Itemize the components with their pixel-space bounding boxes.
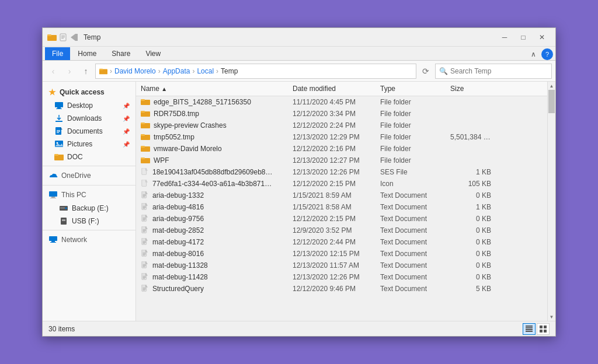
breadcrumb-item-3[interactable]: Local	[197, 67, 214, 75]
svg-rect-69	[143, 229, 146, 230]
ribbon: File Home Share View ∧ ?	[43, 47, 555, 61]
svg-rect-103	[540, 330, 543, 332]
col-header-date[interactable]: Date modified	[288, 83, 376, 94]
file-size: 0 KB	[446, 260, 498, 271]
svg-rect-54	[143, 194, 146, 195]
svg-rect-41	[141, 123, 145, 124]
sidebar-item-pictures[interactable]: Pictures 📌	[43, 138, 135, 150]
sidebar-item-network[interactable]: Network	[43, 233, 135, 247]
scrollbar-right[interactable]: ▲ ▼	[547, 82, 555, 321]
breadcrumb-item-2[interactable]: AppData	[163, 67, 190, 75]
col-header-name[interactable]: Name ▲	[136, 83, 288, 94]
table-row[interactable]: skype-preview Crashes 12/12/2020 2:24 PM…	[136, 120, 547, 131]
tab-home[interactable]: Home	[70, 47, 104, 61]
file-name-text: tmp5052.tmp	[154, 133, 194, 141]
file-type: Text Document	[376, 272, 446, 282]
table-row[interactable]: mat-debug-2852 12/9/2020 3:52 PM Text Do…	[136, 225, 547, 236]
svg-rect-95	[143, 289, 146, 289]
table-row[interactable]: mat-debug-11428 12/13/2020 12:26 PM Text…	[136, 271, 547, 283]
sidebar-item-downloads[interactable]: Downloads 📌	[43, 112, 135, 125]
minimize-button[interactable]: ─	[496, 32, 513, 43]
svg-marker-68	[145, 226, 148, 229]
file-name: mat-debug-11428	[136, 272, 288, 282]
svg-rect-39	[141, 111, 145, 113]
tab-view[interactable]: View	[138, 47, 168, 61]
breadcrumb-sep-4: ›	[216, 67, 218, 75]
svg-rect-85	[143, 265, 146, 266]
svg-rect-4	[61, 37, 65, 37]
ribbon-collapse-icon[interactable]: ∧	[527, 48, 539, 60]
svg-rect-24	[49, 191, 57, 197]
table-row[interactable]: RDR75D8.tmp 12/12/2020 3:34 PM File fold…	[136, 108, 547, 120]
svg-point-29	[65, 208, 67, 209]
file-date: 12/13/2020 12:26 PM	[288, 272, 376, 282]
file-type: File folder	[376, 132, 446, 142]
nav-bar: ‹ › ↑ › David Morelo › AppData › Local ›…	[43, 61, 555, 82]
sidebar-item-onedrive[interactable]: OneDrive	[43, 169, 135, 183]
sidebar-item-thispc[interactable]: This PC	[43, 188, 135, 202]
table-row[interactable]: vmware-David Morelo 12/12/2020 2:16 PM F…	[136, 143, 547, 155]
sidebar-item-backup[interactable]: Backup (E:)	[43, 202, 135, 215]
file-name: aria-debug-4816	[136, 202, 288, 212]
svg-rect-45	[141, 146, 145, 148]
table-row[interactable]: WPF 12/13/2020 12:27 PM File folder	[136, 155, 547, 166]
sidebar-divider-3	[43, 230, 135, 230]
scroll-up-arrow[interactable]: ▲	[548, 82, 556, 90]
file-type: Text Document	[376, 237, 446, 247]
help-button[interactable]: ?	[541, 48, 553, 60]
file-icon	[141, 180, 149, 188]
forward-button[interactable]: ›	[62, 64, 77, 78]
col-header-type[interactable]: Type	[376, 83, 446, 94]
view-list-button[interactable]	[537, 323, 550, 335]
scroll-thumb	[548, 90, 555, 113]
status-item-count: 30 items	[48, 325, 523, 333]
file-name: StructuredQuery	[136, 284, 288, 294]
table-row[interactable]: aria-debug-9756 12/12/2020 2:15 PM Text …	[136, 213, 547, 225]
breadcrumb-item-1[interactable]: David Morelo	[114, 67, 156, 75]
search-input[interactable]	[450, 67, 548, 75]
refresh-button[interactable]: ⟳	[419, 64, 433, 78]
table-row[interactable]: mat-debug-8016 12/13/2020 12:15 PM Text …	[136, 248, 547, 260]
table-row[interactable]: 77ed6fa1-c334-4e03-a61a-4b3b87155961... …	[136, 178, 547, 190]
file-name: aria-debug-1332	[136, 190, 288, 201]
ribbon-tabs: File Home Share View ∧ ?	[43, 47, 555, 61]
file-name: mat-debug-11328	[136, 260, 288, 271]
file-date: 12/13/2020 12:27 PM	[288, 155, 376, 166]
table-row[interactable]: tmp5052.tmp 12/13/2020 12:29 PM File fol…	[136, 131, 547, 143]
scroll-down-arrow[interactable]: ▼	[548, 313, 556, 321]
tab-file[interactable]: File	[45, 47, 70, 60]
breadcrumb-bar[interactable]: › David Morelo › AppData › Local › Temp	[95, 64, 416, 79]
file-list-scroll[interactable]: edge_BITS_14288_517156350 11/11/2020 4:4…	[136, 96, 547, 321]
table-row[interactable]: StructuredQuery 12/12/2020 9:46 PM Text …	[136, 283, 547, 295]
close-button[interactable]: ✕	[533, 32, 551, 43]
back-button[interactable]: ‹	[46, 64, 60, 78]
view-details-button[interactable]	[523, 323, 536, 335]
table-row[interactable]: mat-debug-11328 12/13/2020 11:57 AM Text…	[136, 260, 547, 271]
tab-share[interactable]: Share	[104, 47, 138, 61]
table-row[interactable]: mat-debug-4172 12/12/2020 2:44 PM Text D…	[136, 236, 547, 248]
file-type: Text Document	[376, 202, 446, 212]
table-row[interactable]: 18e190413af045db88dfbd29609eb877.db... 1…	[136, 166, 547, 178]
file-size	[446, 113, 498, 115]
maximize-button[interactable]: □	[514, 32, 532, 43]
file-icon	[141, 168, 149, 176]
up-button[interactable]: ↑	[79, 64, 93, 78]
table-row[interactable]: aria-debug-1332 1/15/2021 8:59 AM Text D…	[136, 190, 547, 201]
svg-rect-23	[54, 154, 58, 156]
file-size	[446, 101, 498, 103]
sidebar-item-doc[interactable]: DOC	[43, 150, 135, 163]
svg-rect-96	[143, 290, 145, 290]
documents-icon	[54, 127, 64, 136]
svg-rect-37	[141, 99, 145, 101]
svg-rect-98	[526, 327, 533, 328]
svg-marker-6	[71, 34, 75, 41]
sidebar-item-usb[interactable]: USB (F:)	[43, 215, 135, 228]
sidebar-item-desktop[interactable]: Desktop 📌	[43, 99, 135, 112]
sidebar-item-documents[interactable]: Documents 📌	[43, 125, 135, 138]
table-row[interactable]: edge_BITS_14288_517156350 11/11/2020 4:4…	[136, 96, 547, 108]
file-name: mat-debug-4172	[136, 237, 288, 247]
table-row[interactable]: aria-debug-4816 1/15/2021 8:58 AM Text D…	[136, 201, 547, 213]
file-name-text: mat-debug-11428	[152, 273, 208, 281]
col-header-size[interactable]: Size	[446, 83, 498, 94]
svg-rect-71	[143, 232, 145, 232]
